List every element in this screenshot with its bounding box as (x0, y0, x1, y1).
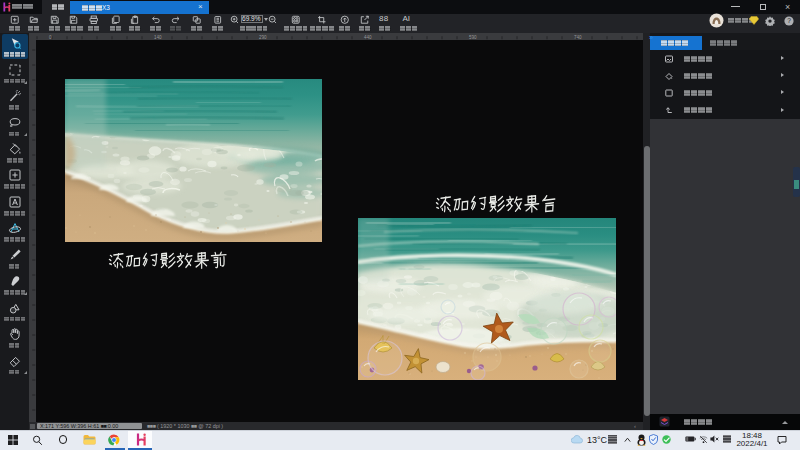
svg-text:?: ? (787, 17, 791, 24)
